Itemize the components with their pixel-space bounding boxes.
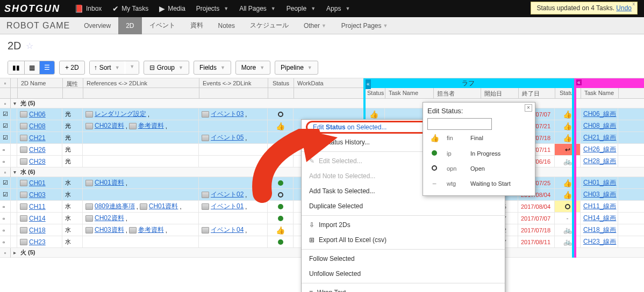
task-link[interactable]: CH26_線画 — [583, 145, 616, 154]
pink-status-cell[interactable]: 👍 — [555, 177, 581, 188]
pipeline-button[interactable]: Pipeline▼ — [275, 61, 318, 75]
menu-item[interactable]: Unfollow Selected — [302, 266, 505, 281]
task-link[interactable]: CH08_線画 — [583, 121, 616, 130]
expand-icon[interactable]: ▸ — [11, 250, 18, 256]
2d-name-link[interactable]: CH01 — [29, 179, 46, 187]
col-rafu-start[interactable]: 開始日 — [481, 88, 519, 98]
2d-name-link[interactable]: CH28 — [29, 158, 46, 165]
col-rafu-status[interactable]: Status — [364, 88, 385, 98]
reference-link[interactable]: 参考資料 — [138, 225, 164, 235]
tab-イベント[interactable]: イベント — [142, 17, 183, 34]
pink-status-cell[interactable]: 👍 — [555, 108, 581, 120]
pink-status-cell[interactable]: 👍 — [555, 189, 581, 200]
menu-item[interactable]: Follow Selected — [302, 251, 505, 266]
menu-item[interactable]: ⊞Export All to Excel (csv) — [302, 232, 505, 247]
row-checkbox[interactable]: ▫ — [0, 224, 11, 236]
nav-inbox[interactable]: 📕Inbox — [70, 1, 106, 16]
view-card-button[interactable]: ▦ — [25, 61, 40, 74]
col-pink-taskname[interactable]: Task Name — [581, 88, 619, 98]
status-option-ip[interactable]: ipIn Progress — [427, 146, 531, 161]
status-search-input[interactable] — [427, 118, 492, 130]
tab-other[interactable]: Other ▼ — [296, 17, 334, 34]
col-pink-status[interactable]: Status — [555, 88, 581, 98]
nav-my-tasks[interactable]: ✔My Tasks — [108, 1, 153, 16]
task-link[interactable]: CH06_線画 — [583, 110, 616, 119]
tab-project pages[interactable]: Project Pages ▼ — [334, 17, 396, 34]
collapse-icon[interactable]: « — [366, 79, 371, 89]
rafu-status-cell[interactable]: 👍 — [363, 108, 385, 120]
event-link[interactable]: イベント05 — [211, 133, 244, 142]
pink-status-cell[interactable]: - — [555, 213, 581, 224]
task-link[interactable]: CH21_線画 — [583, 133, 616, 142]
reference-link[interactable]: CH02資料 — [95, 214, 124, 223]
pink-status-cell[interactable]: 👍 — [555, 120, 581, 132]
row-checkbox[interactable]: ☑ — [0, 177, 11, 188]
row-checkbox[interactable]: ☑ — [0, 120, 11, 132]
nav-people[interactable]: People▼ — [282, 1, 320, 16]
status-cell[interactable] — [268, 156, 294, 167]
status-cell[interactable] — [268, 189, 294, 200]
menu-item[interactable]: Duplicate Selected — [302, 199, 505, 214]
nav-media[interactable]: ▶Media — [155, 1, 190, 16]
col-rafu-end[interactable]: 終了日 — [519, 88, 555, 98]
pink-status-cell[interactable]: 🚲 — [555, 224, 581, 236]
event-link[interactable]: イベント02 — [211, 190, 244, 199]
task-link[interactable]: CH03_線画 — [583, 190, 616, 199]
col-references[interactable]: References <-> 2DLink — [83, 78, 199, 87]
status-cell[interactable]: 👍 — [268, 224, 294, 236]
reference-link[interactable]: レンダリング設定 — [95, 110, 146, 119]
task-link[interactable]: CH18_線画 — [583, 225, 616, 235]
status-cell[interactable] — [268, 108, 294, 120]
2d-name-link[interactable]: CH26 — [29, 146, 46, 154]
2d-name-link[interactable]: CH03 — [29, 191, 46, 199]
event-link[interactable]: イベント04 — [211, 225, 244, 235]
reference-link[interactable]: CH01資料 — [149, 202, 178, 211]
undo-link[interactable]: Undo — [616, 4, 632, 12]
event-link[interactable]: イベント03 — [211, 110, 244, 119]
tab-2d[interactable]: 2D — [118, 17, 141, 34]
view-thumb-button[interactable]: ▮▮ — [8, 61, 25, 74]
group-button[interactable]: ⊟Group▼ — [144, 61, 189, 75]
pink-status-cell[interactable]: ↩ — [555, 144, 581, 155]
tab-notes[interactable]: Notes — [211, 17, 242, 34]
2d-name-link[interactable]: CH08 — [29, 122, 46, 130]
table-row[interactable]: ☑CH06光レンダリング設定 ,イベント03 ,👍06/272017/07/07… — [0, 108, 644, 120]
task-link[interactable]: CH23_線画 — [583, 237, 616, 246]
task-link[interactable]: CH01_線画 — [583, 178, 616, 187]
group-checkbox[interactable]: ▫ — [0, 167, 11, 177]
status-cell[interactable] — [268, 144, 294, 155]
col-rafu-taskname[interactable]: Task Name — [385, 88, 434, 98]
group-checkbox[interactable]: ▫ — [0, 248, 11, 258]
col-rafu-assignee[interactable]: 担当者 — [434, 88, 481, 98]
row-checkbox[interactable]: ▫ — [0, 201, 11, 212]
2d-name-link[interactable]: CH23 — [29, 238, 46, 246]
tab-スケジュール[interactable]: スケジュール — [242, 17, 296, 34]
group-checkbox[interactable]: ▫ — [0, 99, 11, 108]
reference-link[interactable]: CH01資料 — [95, 178, 124, 187]
status-option-opn[interactable]: opnOpen — [427, 161, 531, 176]
sort-button[interactable]: ↑Sort▼ — [90, 61, 124, 74]
col-2d-name[interactable]: 2D Name — [18, 78, 63, 87]
pink-status-cell[interactable]: 👍 — [555, 132, 581, 143]
reference-link[interactable]: 参考資料 — [138, 121, 164, 130]
2d-name-link[interactable]: CH18 — [29, 227, 46, 234]
2d-name-link[interactable]: CH14 — [29, 215, 46, 222]
favorite-icon[interactable]: ☆ — [26, 41, 33, 51]
row-checkbox[interactable]: ▫ — [0, 213, 11, 224]
tab-overview[interactable]: Overview — [76, 17, 118, 34]
nav-all-pages[interactable]: All Pages▼ — [235, 1, 280, 16]
status-cell[interactable] — [268, 213, 294, 224]
task-link[interactable]: CH14_線画 — [583, 214, 616, 223]
reference-link[interactable]: CH02資料 — [95, 121, 124, 130]
expand-icon[interactable]: ▾ — [11, 169, 18, 175]
2d-name-link[interactable]: CH11 — [29, 203, 46, 210]
status-option-fin[interactable]: 👍finFinal — [427, 130, 531, 146]
task-link[interactable]: CH28_線画 — [583, 157, 616, 166]
status-cell[interactable] — [268, 132, 294, 143]
pink-status-cell[interactable] — [555, 201, 581, 212]
status-cell[interactable] — [268, 236, 294, 247]
pink-status-cell[interactable]: 🚲 — [555, 236, 581, 247]
view-list-button[interactable]: ☰ — [40, 61, 54, 74]
status-option-wtg[interactable]: –wtgWaiting to Start — [427, 176, 531, 191]
status-cell[interactable] — [268, 177, 294, 188]
